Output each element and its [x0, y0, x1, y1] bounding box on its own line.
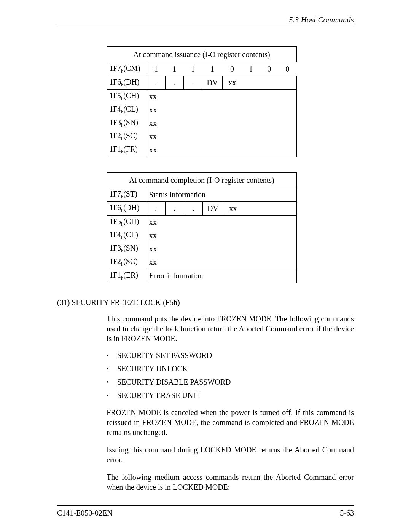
t1-r1-label: 1F7h(CM) [107, 62, 147, 76]
t2-r2-b4: xx [223, 202, 243, 216]
t2-r2-b7 [279, 202, 297, 216]
t2-r2-label: 1F6h(DH) [107, 202, 147, 216]
bullet-3: SECURITY DISABLE PASSWORD [107, 378, 354, 387]
para-3: Issuing this command during LOCKED MODE … [107, 445, 354, 465]
t1-r5-c: xx [147, 117, 296, 130]
t1-r1-b5: 1 [242, 62, 260, 76]
t1-r6-label: 1F2h(SC) [107, 130, 147, 143]
t1-r7-label: 1F1h(FR) [107, 143, 147, 157]
t1-r4-label: 1F4h(CL) [107, 103, 147, 117]
t2-r5-label: 1F3h(SN) [107, 242, 147, 256]
t1-r1-b1: 1 [165, 62, 184, 76]
t2-r3-c: xx [147, 216, 296, 229]
t1-r1-b0: 1 [147, 62, 165, 76]
t2-r1-c: Status information [147, 188, 296, 202]
section-heading: (31) SECURITY FREEZE LOCK (F5h) [57, 298, 354, 307]
t1-r1-b3: 1 [202, 62, 222, 76]
t1-r3-c: xx [147, 90, 296, 104]
t2-r5-c: xx [147, 242, 296, 256]
t1-r5-label: 1F3h(SN) [107, 117, 147, 130]
bullet-list: SECURITY SET PASSWORD SECURITY UNLOCK SE… [107, 351, 354, 400]
t2-r1-label: 1F7h(ST) [107, 188, 147, 202]
page-footer: C141-E050-02EN 5-63 [57, 505, 354, 518]
t2-r7-label: 1F1h(ER) [107, 269, 147, 283]
t1-r2-b5 [242, 76, 260, 90]
t2-r2-b1: . [165, 202, 184, 216]
t1-r1-b2: 1 [184, 62, 202, 76]
t2-r7-c: Error information [147, 269, 296, 283]
t2-r6-c: xx [147, 256, 296, 269]
t1-r2-b2: . [184, 76, 202, 90]
footer-left: C141-E050-02EN [57, 509, 113, 518]
t1-r1-b4: 0 [223, 62, 242, 76]
para-1: This command puts the device into FROZEN… [107, 314, 354, 343]
t2-r2-b3: DV [202, 202, 223, 216]
bullet-2: SECURITY UNLOCK [107, 364, 354, 373]
t1-r2-b6 [260, 76, 278, 90]
t1-r1-b6: 0 [260, 62, 278, 76]
t1-r2-b7 [278, 76, 296, 90]
issuance-title: At command issuance (I-O register conten… [107, 47, 297, 62]
t1-r2-b3: DV [202, 76, 222, 90]
t1-r4-c: xx [147, 103, 296, 117]
page: 5.3 Host Commands At command issuance (I… [0, 0, 411, 532]
t1-r3-label: 1F5h(CH) [107, 90, 147, 104]
bullet-4: SECURITY ERASE UNIT [107, 391, 354, 400]
t2-r2-b5 [243, 202, 261, 216]
t2-r2-b6 [261, 202, 279, 216]
t1-r7-c: xx [147, 143, 296, 157]
t2-r2-b0: . [147, 202, 165, 216]
t1-r1-b7: 0 [278, 62, 296, 76]
para-2: FROZEN MODE is canceled when the power i… [107, 407, 354, 437]
t1-r2-label: 1F6h(DH) [107, 76, 147, 90]
completion-title: At command completion (I-O register cont… [107, 173, 297, 188]
t1-r2-b0: . [147, 76, 165, 90]
header-section: 5.3 Host Commands [289, 15, 354, 24]
completion-table: At command completion (I-O register cont… [107, 172, 297, 283]
bullet-1: SECURITY SET PASSWORD [107, 351, 354, 360]
para-4: The following medium access commands ret… [107, 472, 354, 492]
t2-r6-label: 1F2h(SC) [107, 256, 147, 269]
t2-r2-b2: . [184, 202, 202, 216]
t2-r3-label: 1F5h(CH) [107, 216, 147, 229]
page-header: 5.3 Host Commands [57, 15, 354, 27]
t1-r6-c: xx [147, 130, 296, 143]
issuance-table: At command issuance (I-O register conten… [107, 46, 297, 157]
t1-r2-b4: xx [223, 76, 242, 90]
t2-r4-c: xx [147, 229, 296, 242]
footer-right: 5-63 [340, 509, 354, 518]
t2-r4-label: 1F4h(CL) [107, 229, 147, 242]
t1-r2-b1: . [165, 76, 184, 90]
